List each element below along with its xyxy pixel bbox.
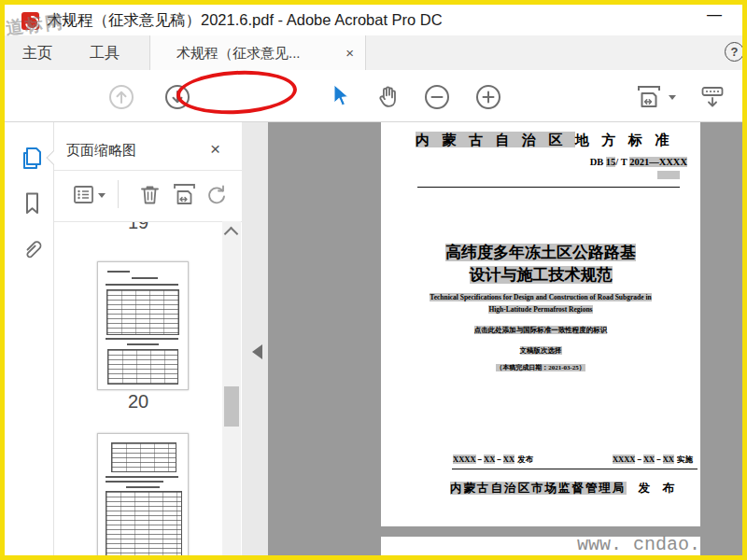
tab-home[interactable]: 主页 [14, 35, 61, 70]
thumbnail-table [107, 349, 178, 385]
selected-text: （本稿完成日期：2021-03-25） [496, 364, 585, 371]
date-part: XX [663, 455, 674, 464]
note-version: 文稿版次选择 [381, 346, 700, 356]
thumbnail-table [106, 289, 179, 335]
release-line: XXXX－XX－XX发布 XXXX－XX－XX实施 [453, 455, 693, 466]
std-prefix: DB [590, 157, 606, 167]
thumbnail-label-20: 20 [54, 391, 222, 413]
thumbnail-text-line [106, 476, 178, 478]
tab-close-icon[interactable]: × [345, 35, 354, 70]
panel-divider [54, 170, 242, 171]
date-dash: － [655, 455, 663, 464]
delete-pages-button[interactable] [137, 182, 162, 207]
tab-tools[interactable]: 工具 [78, 35, 132, 70]
header-rest: 地方标准 [575, 132, 682, 147]
selection-arrow-icon [327, 83, 353, 109]
zoom-out-button[interactable] [424, 84, 450, 110]
thumbnails-panel: 页面缩略图 × 19 [54, 122, 243, 555]
navigation-rail [5, 122, 54, 555]
title-en-line-2: High-Latitude Permafrost Regions [488, 305, 592, 314]
date-dash: － [495, 455, 503, 464]
note-international: 点击此处添加与国际标准一致性程度的标识 [381, 326, 700, 335]
document-title: 高纬度多年冻土区公路路基 设计与施工技术规范 [381, 242, 700, 287]
selected-text: 文稿版次选择 [520, 346, 562, 355]
bookmarks-rail-button[interactable] [20, 190, 45, 216]
page-thumbnails-rail-button[interactable] [20, 146, 45, 171]
date-part: XX [643, 455, 655, 464]
agency-publish-label: 发 布 [639, 482, 679, 495]
selection-tool-button[interactable] [327, 83, 353, 109]
toolbar-toggle-button[interactable] [699, 84, 726, 110]
trash-icon [137, 182, 162, 207]
panel-close-icon[interactable]: × [210, 139, 220, 160]
minus-circle-icon [424, 84, 450, 110]
panel-tools-divider [118, 180, 119, 208]
document-viewport[interactable]: 内蒙古自治区地方标准 DB 15/ T 2021—XXXX 高纬度多年冻土区公路… [268, 122, 742, 555]
attachments-rail-button[interactable] [20, 236, 45, 261]
page-fit-dropdown-caret-icon[interactable] [669, 95, 676, 100]
window-title: 术规程（征求意见稿）2021.6.pdf - Adobe Acrobat Pro… [47, 10, 443, 31]
pdf-page-1[interactable]: 内蒙古自治区地方标准 DB 15/ T 2021—XXXX 高纬度多年冻土区公路… [381, 122, 700, 526]
date-part: XX [484, 455, 495, 464]
hand-tool-button[interactable] [374, 84, 401, 110]
scrollbar-thumb[interactable] [224, 386, 239, 427]
header-rule [417, 187, 680, 188]
zoom-in-button[interactable] [475, 84, 501, 110]
thumbnail-label-19: 19 [54, 221, 222, 233]
issuing-agency-line: 内蒙古自治区市场监督管理局发 布 [450, 481, 679, 497]
page-fit-button[interactable] [636, 84, 662, 110]
highlighted-field-box [657, 171, 680, 179]
tab-document[interactable]: 术规程（征求意见... × [149, 35, 366, 70]
crop-pages-icon [172, 182, 197, 207]
acrobat-window: 术规程（征求意见稿）2021.6.pdf - Adobe Acrobat Pro… [0, 0, 747, 560]
previous-page-button[interactable] [108, 84, 134, 110]
help-icon[interactable]: ? [725, 42, 744, 62]
thumbnail-text-line [106, 284, 178, 286]
publish-label: 发布 [517, 455, 533, 464]
scroll-up-icon[interactable] [224, 227, 239, 242]
thumbnail-text-line [127, 343, 159, 345]
thumbnail-table [111, 442, 176, 472]
options-dropdown-caret-icon[interactable] [98, 193, 106, 198]
page-thumbnails-icon [20, 146, 45, 171]
selected-text: 内蒙古自治区市场监督管理局 [450, 482, 627, 495]
minimize-button[interactable]: — [707, 7, 722, 23]
release-date-left: XXXX－XX－XX发布 [453, 455, 533, 466]
thumbnail-text-line [106, 481, 163, 483]
page-thumbnail-20[interactable] [97, 261, 189, 390]
rotate-counterclockwise-icon [204, 182, 229, 207]
selected-text: 15 [606, 157, 616, 167]
title-en-line-1: Technical Specifications for Design and … [430, 293, 651, 301]
thumbnail-list[interactable]: 19 20 [54, 221, 242, 555]
selected-text: 内蒙古自治区 [416, 132, 575, 147]
crop-pages-button[interactable] [172, 182, 197, 207]
thumbnail-text-line [132, 277, 158, 279]
arrow-up-circle-icon [108, 84, 134, 110]
collapse-toolbar-icon [699, 84, 726, 110]
collapse-panel-icon[interactable] [252, 344, 262, 359]
standard-number-line: DB 15/ T 2021—XXXX [590, 157, 687, 167]
date-part: XX [503, 455, 514, 464]
thumbnail-text-line [107, 271, 130, 273]
title-bar: 术规程（征求意见稿）2021.6.pdf - Adobe Acrobat Pro… [5, 5, 742, 35]
date-part: XXXX [453, 455, 476, 464]
title-line-1: 高纬度多年冻土区公路路基 [445, 244, 636, 261]
paperclip-icon [20, 236, 45, 261]
tab-document-label: 术规程（征求意见... [176, 35, 301, 70]
rotate-page-button[interactable] [204, 182, 229, 207]
thumbnail-text-line [106, 338, 178, 340]
bookmark-icon [20, 190, 45, 216]
page-thumbnail-21[interactable] [97, 433, 189, 555]
plus-circle-icon [475, 84, 501, 110]
site-watermark: www. cndao. [577, 534, 700, 555]
standard-header-line: 内蒙古自治区地方标准 [416, 132, 682, 149]
thumbnail-text-line [126, 486, 160, 488]
options-list-icon [71, 182, 96, 207]
footer-rule [452, 469, 698, 469]
toolbar: 1 / 38 30.4% [5, 70, 742, 122]
fit-width-icon [636, 84, 662, 110]
implement-label: 实施 [677, 455, 693, 464]
thumbnail-options-button[interactable] [71, 182, 96, 207]
thumbnail-scrollbar[interactable] [222, 221, 241, 555]
tab-bar: 主页 工具 术规程（征求意见... × ? [5, 35, 742, 70]
